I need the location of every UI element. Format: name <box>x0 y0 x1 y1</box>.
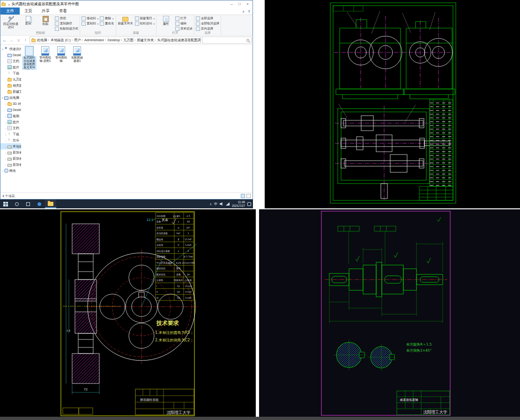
rename-button[interactable]: 重命名 <box>100 22 114 26</box>
new-folder-button[interactable]: 新建文件夹 <box>118 15 134 25</box>
breadcrumb[interactable]: 此电脑 本地磁盘 (C:) 用户 Administrator Desktop 九… <box>30 37 201 44</box>
sidebar-item-desktop-2[interactable]: ›Desktop <box>0 107 21 113</box>
sidebar-item-quick-access[interactable]: ∨快速访问 <box>0 46 21 52</box>
breadcrumb-item[interactable]: 头式圆柱齿轮减速器装配图及其零件中图 <box>157 38 201 43</box>
network-icon[interactable] <box>226 202 230 206</box>
chevron-right-icon[interactable]: › <box>4 163 7 166</box>
sidebar-item-documents[interactable]: 文档 <box>0 58 21 64</box>
delete-button[interactable]: 删除 <box>100 16 114 21</box>
collapse-ribbon-icon[interactable] <box>242 9 245 14</box>
file-item-assembly-archive[interactable]: 头式圆柱齿轮减速器装配图及其零件中图.zip <box>22 46 37 70</box>
taskbar-clock[interactable]: 11:46 2021/7/27 <box>232 200 245 207</box>
breadcrumb-item[interactable]: Administrator <box>84 38 107 42</box>
taskbar-explorer-button[interactable] <box>45 199 56 208</box>
sidebar-item-downloads[interactable]: 下载 <box>0 70 21 76</box>
title-bar[interactable]: 头式圆柱齿轮减速器装配图及其零件中图 – □ × <box>0 0 253 7</box>
sidebar-item-pictures-2[interactable]: ›图片 <box>0 119 21 125</box>
sidebar-item-local-disk-c[interactable]: ›本地磁盘 (C:) <box>0 143 21 149</box>
chevron-right-icon[interactable]: › <box>1 169 4 172</box>
start-button[interactable] <box>0 199 11 208</box>
invert-selection-button[interactable]: 反向选择 <box>196 27 219 31</box>
file-item-assembly-drawing[interactable]: 装配图减速器1 <box>70 46 84 63</box>
paste-shortcut-button[interactable]: 粘贴快捷方式 <box>55 27 78 31</box>
sidebar-item-network[interactable]: ›网络 <box>0 168 21 174</box>
chevron-right-icon[interactable]: › <box>4 121 7 124</box>
copy-path-button[interactable]: 复制路径 <box>55 22 78 26</box>
task-view-button[interactable] <box>22 199 34 208</box>
sidebar-item-new-folder[interactable]: 新建文件夹 <box>0 88 21 95</box>
forward-button[interactable]: → <box>8 38 15 43</box>
copy-to-button[interactable]: 复制到 <box>82 22 98 26</box>
breadcrumb-item[interactable]: 九万图 <box>123 38 136 43</box>
maximize-button[interactable]: □ <box>236 1 244 7</box>
chevron-down-icon[interactable]: ∨ <box>1 96 4 99</box>
up-button[interactable]: ↑ <box>22 38 29 43</box>
sidebar-item-new-volume-e[interactable]: ›新加卷 (E:) <box>0 162 21 168</box>
move-to-button[interactable]: 移动到 <box>82 16 98 21</box>
details-view-icon[interactable] <box>241 194 245 198</box>
recent-locations-icon[interactable]: ∨ <box>15 38 22 43</box>
chevron-right-icon[interactable]: › <box>4 157 7 160</box>
volume-icon[interactable] <box>220 202 223 206</box>
chevron-right-icon[interactable]: › <box>4 139 7 142</box>
tab-share[interactable]: 共享 <box>37 7 54 15</box>
chevron-right-icon[interactable]: › <box>4 145 7 148</box>
properties-button[interactable]: 属性 <box>158 15 174 26</box>
paste-button[interactable]: 粘贴 <box>37 15 53 26</box>
minimize-button[interactable]: – <box>228 1 236 7</box>
breadcrumb-item[interactable]: 此电脑 <box>37 38 50 43</box>
select-all-button[interactable]: 全部选择 <box>196 16 219 21</box>
open-button[interactable]: 打开 <box>175 16 193 21</box>
copy-button[interactable]: 复制 <box>20 15 36 25</box>
chevron-down-icon[interactable]: ∨ <box>1 48 4 51</box>
chevron-right-icon[interactable]: › <box>4 133 7 136</box>
sidebar-item-pictures[interactable]: 图片 <box>0 64 21 70</box>
new-item-button[interactable]: 新建项目 <box>135 16 155 21</box>
breadcrumb-item[interactable]: 本地磁盘 (C:) <box>51 38 74 43</box>
chevron-right-icon[interactable]: › <box>4 127 7 130</box>
sidebar-item-new-volume-d[interactable]: ›新加卷 (D:) <box>0 149 21 155</box>
tray-expand-icon[interactable]: ∧ <box>210 202 212 206</box>
breadcrumb-item[interactable]: 新建文件夹 <box>137 38 156 43</box>
close-button[interactable]: × <box>244 1 252 7</box>
tab-view[interactable]: 查看 <box>54 7 72 15</box>
action-center-icon[interactable] <box>247 202 251 206</box>
file-item-shaft-drawing[interactable]: 零件图纸轴 <box>54 46 68 63</box>
sidebar-item-videos[interactable]: ›视频 <box>0 113 21 119</box>
chevron-right-icon[interactable]: › <box>4 103 7 105</box>
breadcrumb-item[interactable]: Desktop <box>108 38 123 42</box>
pin-to-quick-access-button[interactable]: 固定到快速访问 <box>3 15 19 29</box>
quick-access-toolbar-chevron-icon[interactable] <box>8 2 10 7</box>
back-button[interactable]: ← <box>1 38 7 43</box>
sidebar-item-jiuwantu[interactable]: 九万图 <box>0 76 21 82</box>
sidebar-item-music[interactable]: ›音乐 <box>0 137 21 143</box>
chevron-right-icon[interactable]: › <box>4 115 7 118</box>
edit-button[interactable]: 编辑 <box>175 22 193 26</box>
sidebar-item-label: 文档 <box>13 126 19 131</box>
taskbar-browser-button[interactable] <box>34 199 45 208</box>
move-to-icon <box>82 16 86 21</box>
file-item-shaft-drawing-orig[interactable]: 零件图纸轴 原图1 <box>38 46 52 63</box>
history-button[interactable]: 历史记录 <box>175 27 193 31</box>
sidebar-item-desktop[interactable]: Desktop <box>0 52 21 58</box>
taskbar-search-button[interactable] <box>11 199 22 208</box>
chevron-right-icon[interactable]: › <box>4 151 7 154</box>
sidebar-item-downloads-2[interactable]: ›下载 <box>0 131 21 137</box>
ime-indicator[interactable]: 中 <box>214 202 217 206</box>
thumbnails-view-icon[interactable] <box>246 194 251 198</box>
help-icon[interactable] <box>248 9 250 14</box>
sidebar-item-this-pc[interactable]: ∨此电脑 <box>0 95 21 101</box>
breadcrumb-item[interactable]: 用户 <box>74 38 84 43</box>
sidebar-item-new-volume-f[interactable]: ›新加卷 (F:) <box>0 155 21 162</box>
search-input[interactable] <box>202 37 252 44</box>
tab-file[interactable]: 文件 <box>0 7 20 15</box>
sidebar-item-3d-objects[interactable]: ›3D 对象 <box>0 101 21 107</box>
tab-home[interactable]: 主页 <box>20 7 37 15</box>
easy-access-button[interactable]: 轻松访问 <box>135 22 155 26</box>
sidebar-item-drawings-folder[interactable]: 相关图纸文件 <box>0 82 21 88</box>
select-none-button[interactable]: 全部取消选择 <box>196 22 219 26</box>
cut-button[interactable]: 剪切 <box>55 16 78 21</box>
chevron-right-icon[interactable]: › <box>4 109 7 111</box>
folder-icon <box>48 202 53 206</box>
sidebar-item-documents-2[interactable]: ›文档 <box>0 125 21 131</box>
